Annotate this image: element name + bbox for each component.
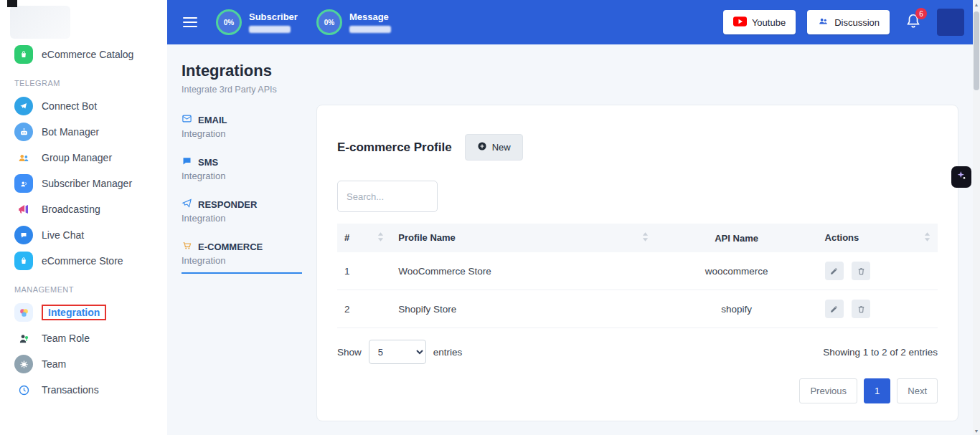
search-input[interactable] bbox=[337, 181, 438, 212]
message-stat: 0% Message bbox=[316, 9, 391, 35]
scrollbar[interactable]: ▲ ▼ bbox=[973, 0, 980, 435]
sidebar-item-integration[interactable]: Integration bbox=[0, 300, 167, 325]
integration-tabs: EMAIL Integration SMS Integration RESPON… bbox=[182, 105, 302, 284]
show-label: Show bbox=[337, 347, 362, 358]
avatar[interactable] bbox=[937, 9, 964, 36]
telegram-icon bbox=[14, 97, 33, 115]
sidebar-item-label: Team bbox=[42, 358, 66, 370]
assistant-fab[interactable] bbox=[951, 166, 971, 188]
youtube-icon bbox=[733, 16, 747, 29]
previous-page-button[interactable]: Previous bbox=[799, 378, 857, 403]
page-title: Integrations bbox=[182, 62, 958, 80]
store-bag-icon bbox=[14, 252, 33, 270]
column-header-index[interactable]: # bbox=[337, 224, 391, 252]
tab-email-integration[interactable]: EMAIL Integration bbox=[182, 113, 302, 145]
next-page-button[interactable]: Next bbox=[897, 378, 938, 403]
hamburger-menu-icon[interactable] bbox=[183, 17, 197, 27]
sidebar-item-label: Broadcasting bbox=[42, 204, 100, 215]
scrollbar-thumb[interactable] bbox=[974, 11, 979, 90]
paper-plane-icon bbox=[182, 198, 192, 211]
group-icon bbox=[14, 148, 33, 167]
entries-label: entries bbox=[433, 347, 463, 358]
app-frame: eCommerce Catalog TELEGRAM Connect Bot B… bbox=[0, 0, 980, 435]
sidebar-item-subscriber-manager[interactable]: Subscriber Manager bbox=[0, 171, 167, 196]
topbar: 0% Subscriber 0% Message Youtube bbox=[167, 0, 980, 44]
row-api-name: woocommerce bbox=[656, 252, 818, 290]
message-progress-circle: 0% bbox=[316, 9, 342, 35]
sidebar-item-transactions[interactable]: Transactions bbox=[0, 377, 167, 403]
cart-icon bbox=[182, 240, 192, 253]
sidebar-item-live-chat[interactable]: Live Chat bbox=[0, 222, 167, 248]
sidebar-item-label: Subscriber Manager bbox=[42, 178, 132, 189]
column-header-api-name[interactable]: API Name bbox=[656, 224, 818, 252]
transactions-icon bbox=[14, 381, 33, 399]
chat-bubble-icon bbox=[182, 156, 192, 168]
sidebar-item-label: Connect Bot bbox=[42, 100, 97, 112]
shopping-bag-icon bbox=[14, 45, 33, 64]
table-row: 1 WooCommerce Store woocommerce bbox=[337, 252, 938, 290]
sidebar-item-label: Transactions bbox=[42, 384, 99, 396]
page-size-select[interactable]: 5 bbox=[369, 340, 426, 364]
sort-icon[interactable] bbox=[924, 232, 930, 244]
row-actions bbox=[818, 252, 938, 290]
sidebar-item-bot-manager[interactable]: Bot Manager bbox=[0, 119, 167, 145]
team-role-icon bbox=[14, 329, 33, 348]
row-profile-name: Shopify Store bbox=[391, 290, 655, 328]
sidebar-item-broadcasting[interactable]: Broadcasting bbox=[0, 196, 167, 222]
tab-ecommerce-integration[interactable]: E-COMMERCE Integration bbox=[182, 240, 302, 274]
discussion-button[interactable]: Discussion bbox=[807, 10, 890, 34]
main-content: Integrations Integrate 3rd Party APIs EM… bbox=[167, 44, 980, 435]
pagination: Previous 1 Next bbox=[337, 378, 938, 403]
sort-icon[interactable] bbox=[377, 232, 384, 244]
sidebar-item-label: eCommerce Catalog bbox=[42, 49, 133, 60]
integration-icon bbox=[14, 303, 33, 322]
row-index: 2 bbox=[337, 290, 391, 328]
row-index: 1 bbox=[337, 252, 391, 290]
sort-icon[interactable] bbox=[642, 232, 649, 244]
column-header-profile-name[interactable]: Profile Name bbox=[391, 224, 655, 252]
subscriber-stat: 0% Subscriber bbox=[216, 9, 298, 35]
tab-responder-integration[interactable]: RESPONDER Integration bbox=[182, 198, 302, 230]
logo bbox=[0, 0, 167, 42]
discussion-people-icon bbox=[817, 16, 829, 29]
sidebar-item-ecommerce-store[interactable]: eCommerce Store bbox=[0, 248, 167, 274]
subscriber-icon bbox=[14, 174, 33, 193]
message-stat-label: Message bbox=[349, 11, 391, 22]
tab-sms-integration[interactable]: SMS Integration bbox=[182, 156, 302, 188]
delete-button[interactable] bbox=[852, 262, 870, 280]
scroll-down-arrow[interactable]: ▼ bbox=[973, 426, 980, 435]
sidebar-item-team-role[interactable]: Team Role bbox=[0, 325, 167, 351]
row-api-name: shopify bbox=[656, 290, 818, 328]
subscriber-stat-label: Subscriber bbox=[249, 11, 298, 22]
panel-heading: E-commerce Profile bbox=[337, 140, 452, 155]
sidebar-item-label: Team Role bbox=[42, 333, 90, 344]
youtube-button[interactable]: Youtube bbox=[723, 10, 796, 34]
plus-circle-icon bbox=[477, 141, 487, 153]
table-header-row: # Profile Name API Name Actions bbox=[337, 224, 938, 252]
page-subtitle: Integrate 3rd Party APIs bbox=[182, 85, 958, 95]
subscriber-progress-circle: 0% bbox=[216, 9, 242, 35]
sidebar-item-team[interactable]: Team bbox=[0, 351, 167, 377]
sparkle-icon bbox=[956, 170, 967, 184]
edit-button[interactable] bbox=[825, 262, 844, 280]
sidebar-section-management: MANAGEMENT bbox=[0, 274, 167, 300]
notification-bell-icon[interactable]: 6 bbox=[905, 12, 921, 32]
sidebar-item-label: Bot Manager bbox=[42, 126, 99, 138]
sidebar-item-group-manager[interactable]: Group Manager bbox=[0, 145, 167, 171]
showing-entries-text: Showing 1 to 2 of 2 entries bbox=[823, 347, 938, 358]
ecommerce-profile-panel: E-commerce Profile New # Profile Name bbox=[316, 105, 958, 421]
column-header-actions[interactable]: Actions bbox=[818, 224, 938, 252]
sidebar-item-connect-bot[interactable]: Connect Bot bbox=[0, 93, 167, 119]
new-profile-button[interactable]: New bbox=[465, 134, 523, 161]
robot-icon bbox=[14, 123, 33, 141]
annotation-highlight: Integration bbox=[42, 305, 106, 320]
sidebar-item-label: eCommerce Store bbox=[42, 255, 123, 267]
sidebar-item-label: Live Chat bbox=[42, 229, 84, 241]
current-page-button[interactable]: 1 bbox=[864, 378, 890, 403]
delete-button[interactable] bbox=[852, 300, 870, 318]
row-actions bbox=[818, 290, 938, 328]
notification-badge: 6 bbox=[915, 8, 927, 19]
sidebar-item-ecommerce-catalog[interactable]: eCommerce Catalog bbox=[0, 42, 167, 67]
scroll-up-arrow[interactable]: ▲ bbox=[973, 0, 980, 9]
edit-button[interactable] bbox=[825, 300, 844, 318]
